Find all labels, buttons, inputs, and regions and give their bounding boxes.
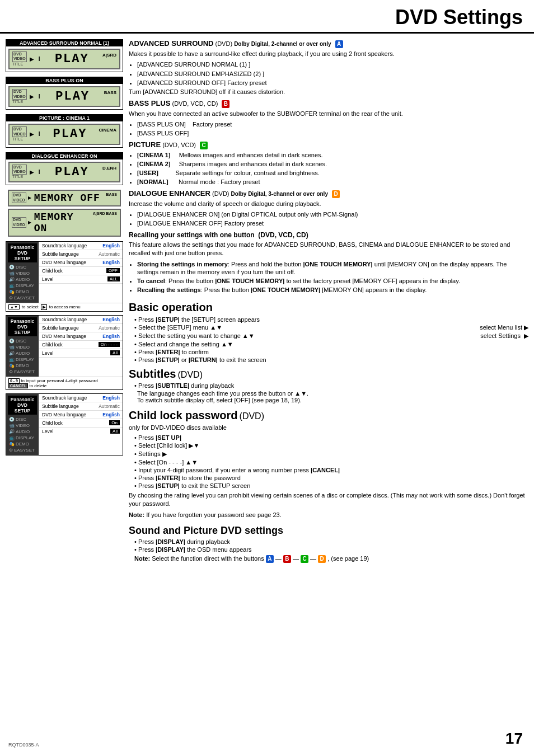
- bass-plus-bullets: [BASS PLUS ON] Factory preset [BASS PLUS…: [137, 120, 528, 138]
- picture-cinema-header: PICTURE : CINEMA 1: [6, 115, 123, 121]
- setup-rows-3: Soundtrack language English Subtitle lan…: [39, 394, 123, 455]
- advanced-surround-section: ADVANCED SURROUND (DVD) Dolby Digital, 2…: [129, 39, 528, 96]
- advanced-surround-title-row: ADVANCED SURROUND (DVD) Dolby Digital, 2…: [129, 39, 528, 48]
- dvd-label-3: DVDVIDEO TITLE: [12, 126, 27, 142]
- sidebar-video-3: 📹VIDEO: [8, 422, 37, 429]
- basic-operation-bullets: • Press |SETUP| the [SETUP] screen appea…: [134, 316, 528, 363]
- setup-brand-2: PanasonicDVD SETUP: [8, 317, 37, 336]
- subtitle-extra: The language changes each time you press…: [137, 390, 528, 403]
- memory-off-screen: DVDVIDEO ▶ MEMORY OFF BASS: [8, 190, 121, 206]
- advanced-surround-display: ADVANCED SURROUND NORMAL (1) DVDVIDEO TI…: [6, 39, 123, 72]
- list-item: Recalling the settings: Press the button…: [137, 286, 528, 294]
- setup-table-3-inner: PanasonicDVD SETUP 💿DISC 📹VIDEO 🔊AUDIO 📺…: [6, 394, 123, 455]
- list-item: [ADVANCED SURROUND NORMAL (1) ]: [137, 60, 528, 68]
- setup-table-1: PanasonicDVD SETUP 💿DISC 📹VIDEO 🔊AUDIO 📺…: [6, 241, 123, 312]
- sidebar-video-1: 📹VIDEO: [8, 270, 37, 276]
- picture-bullets: [CINEMA 1] Mellows images and enhances d…: [137, 151, 528, 186]
- child-lock-extra1: By choosing the rating level you can pro…: [129, 491, 528, 509]
- subtitles-title-row: Subtitles (DVD): [129, 368, 528, 381]
- advanced-surround-title: ADVANCED SURROUND: [129, 39, 213, 48]
- setup-row-2-3: DVD Menu language English: [39, 332, 123, 341]
- setup-row-3-2: Subtitle language Automatic: [39, 402, 123, 411]
- child-lock-title-row: Child lock password (DVD): [129, 409, 528, 422]
- child-lock-bullet-5: • Input your 4-digit password, if you en…: [134, 467, 528, 473]
- setup-brand-3: PanasonicDVD SETUP: [8, 396, 37, 415]
- picture-title-row: PICTURE (DVD, VCD) C: [129, 140, 528, 149]
- memory-off-text: MEMORY OFF: [34, 192, 105, 204]
- setup-nav-1: ▲▼ to select ▶ to access menu: [6, 303, 123, 311]
- setup-row-1-5: Level ALL: [39, 275, 123, 284]
- dialogue-enhancer-intro: Increase the volume and clarity of speec…: [129, 200, 528, 208]
- indicator-1: A|SRD: [102, 51, 116, 58]
- list-item: To cancel: Press the button |ONE TOUCH M…: [137, 277, 528, 285]
- child-lock-bullet-1: • Press |SET UP|: [134, 434, 528, 441]
- setup-row-1-4: Child lock OFF: [39, 267, 123, 275]
- child-lock-title: Child lock password: [129, 409, 237, 421]
- sound-picture-section: Sound and Picture DVD settings • Press |…: [129, 525, 528, 563]
- sidebar-disc-2: 💿DISC: [8, 338, 37, 344]
- sidebar-audio-1: 🔊AUDIO: [8, 276, 37, 283]
- advanced-surround-intro: Makes it possible to have a surround-lik…: [129, 50, 528, 58]
- basic-op-row-3: • Select the setting you want to change …: [134, 332, 528, 340]
- dialogue-enhancer-subtitle: (DVD): [212, 190, 229, 197]
- play-text-1: PLAY: [44, 52, 100, 66]
- dialogue-enhancer-qualifier: Dolby Digital, 3-channel or over only: [231, 191, 328, 197]
- sidebar-disc-3: 💿DISC: [8, 416, 37, 422]
- sound-picture-bullet-2: • Press |DISPLAY| the OSD menu appears: [134, 546, 528, 553]
- list-item: [CINEMA 1] Mellows images and enhances d…: [137, 151, 528, 159]
- indicator-3: CINEMA: [99, 126, 116, 133]
- dialogue-enhancer-screen: DVDVIDEO TITLE ▶ I PLAY D.ENH: [8, 162, 120, 182]
- sidebar-easyset-1: ⚙EASYSET: [8, 295, 37, 301]
- sound-picture-note: Note: Select the function direct with th…: [134, 555, 528, 563]
- bass-plus-subtitle: (DVD, VCD, CD): [172, 100, 218, 107]
- dialogue-enhancer-title: DIALOGUE ENHANCER: [129, 189, 210, 198]
- setup-row-2-2: Subtitle language Automatic: [39, 324, 123, 332]
- setup-table-3: PanasonicDVD SETUP 💿DISC 📹VIDEO 🔊AUDIO 📺…: [6, 393, 123, 456]
- setup-brand-1: PanasonicDVD SETUP: [8, 243, 37, 262]
- memory-on-text: MEMORY ON: [34, 212, 91, 234]
- dialogue-enhancer-bullets: [DIALOGUE ENHANCER ON] (on Digital OPTIC…: [137, 210, 528, 228]
- memory-on-screen: DVDVIDEO ▶ MEMORY ON A|SRD BASS: [8, 209, 121, 237]
- left-column: ADVANCED SURROUND NORMAL (1) DVDVIDEO TI…: [6, 39, 123, 563]
- child-lock-extra2: Note: If you have forgotten your passwor…: [129, 511, 528, 519]
- sidebar-display-3: 📺DISPLAY: [8, 435, 37, 441]
- setup-row-2-1: Soundtrack language English: [39, 316, 123, 324]
- sound-picture-content: • Press |DISPLAY| during playback • Pres…: [134, 538, 528, 563]
- subtitles-subtitle: (DVD): [178, 370, 203, 379]
- sound-picture-title: Sound and Picture DVD settings: [129, 525, 528, 537]
- advanced-surround-qualifier: Dolby Digital, 2-channel or over only: [234, 41, 331, 47]
- child-lock-bullet-6: • Press |ENTER| to store the password: [134, 475, 528, 481]
- picture-subtitle: (DVD, VCD): [162, 142, 196, 148]
- note-btn-b: B: [283, 555, 291, 563]
- indicator-2: BASS: [104, 89, 116, 95]
- list-item: [USER] Separate settings for colour, con…: [137, 169, 528, 177]
- right-column: ADVANCED SURROUND (DVD) Dolby Digital, 2…: [129, 39, 528, 563]
- picture-title: PICTURE: [129, 140, 161, 149]
- subtitles-title: Subtitles: [129, 368, 176, 380]
- bass-plus-title: BASS PLUS: [129, 99, 170, 107]
- dvd-label-2: DVDVIDEO TITLE: [12, 89, 27, 104]
- setup-rows-1: Soundtrack language English Subtitle lan…: [39, 242, 123, 303]
- dialogue-enhancer-title-row: DIALOGUE ENHANCER (DVD) Dolby Digital, 3…: [129, 189, 528, 198]
- note-btn-d: D: [318, 555, 326, 563]
- sound-picture-bullet-1: • Press |DISPLAY| during playback: [134, 538, 528, 545]
- list-item: [DIALOGUE ENHANCER ON] (on Digital OPTIC…: [137, 210, 528, 218]
- memory-off-indicator: BASS: [106, 192, 117, 196]
- memory-on-container: DVDVIDEO ▶ MEMORY ON A|SRD BASS: [6, 209, 123, 237]
- basic-op-row-6: • Press |SETUP| or |RETURN| to exit the …: [134, 356, 528, 363]
- recalling-section: Recalling your settings with one button …: [129, 231, 528, 294]
- dvd-label-4: DVDVIDEO TITLE: [12, 165, 27, 180]
- bass-plus-intro: When you have connected an active subwoo…: [129, 110, 528, 118]
- btn-b-icon: B: [222, 100, 229, 108]
- picture-cinema-screen: DVDVIDEO TITLE ▶ I PLAY CINEMA: [8, 124, 120, 144]
- setup-sidebar-3: PanasonicDVD SETUP 💿DISC 📹VIDEO 🔊AUDIO 📺…: [6, 394, 39, 455]
- advanced-surround-bullets: [ADVANCED SURROUND NORMAL (1) ] [ADVANCE…: [137, 60, 528, 96]
- setup-row-3-1: Soundtrack language English: [39, 394, 123, 402]
- sidebar-demo-1: 🎭DEMO: [8, 289, 37, 295]
- page-title: DVD Settings: [0, 0, 534, 34]
- setup-sidebar-1: PanasonicDVD SETUP 💿DISC 📹VIDEO 🔊AUDIO 📺…: [6, 242, 39, 303]
- list-item: [NORMAL] Normal mode : Factory preset: [137, 178, 528, 186]
- play-text-4: PLAY: [44, 165, 100, 179]
- bass-plus-section: BASS PLUS (DVD, VCD, CD) B When you have…: [129, 99, 528, 138]
- list-item: [ADVANCED SURROUND OFF] Factory preset: [137, 79, 528, 87]
